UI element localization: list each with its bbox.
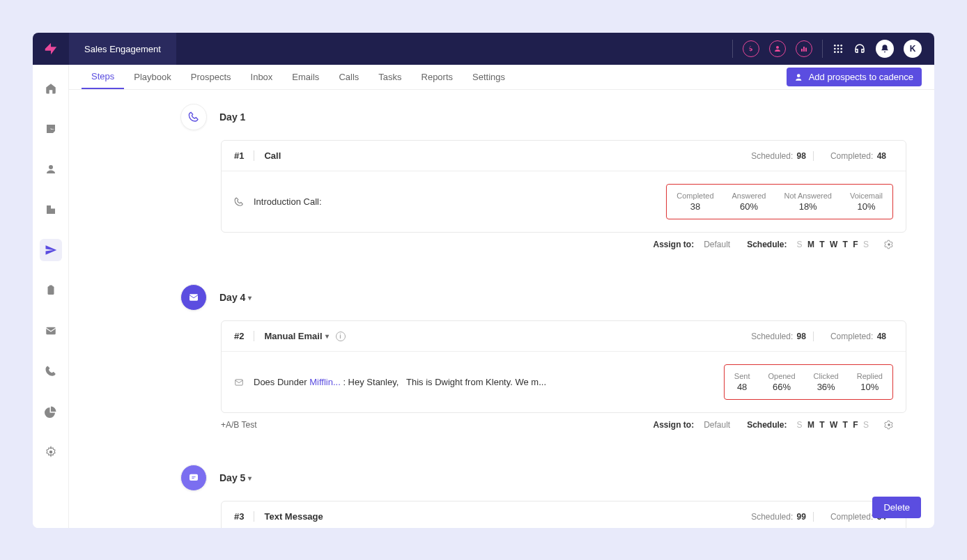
dialpad-icon[interactable] — [833, 43, 844, 54]
svg-rect-18 — [46, 327, 56, 335]
stat-replied: Replied10% — [857, 372, 883, 392]
card-body[interactable]: Introduction Call: Completed38Answered60… — [222, 171, 906, 232]
email-icon — [180, 284, 207, 311]
stats-box: Sent48Opened66%Clicked36%Replied10% — [724, 364, 893, 400]
card-header: #1 Call Scheduled: 98 Completed: 48 — [222, 141, 906, 171]
svg-point-19 — [49, 451, 52, 454]
sidebar-home-icon[interactable] — [40, 77, 62, 100]
tab-reports[interactable]: Reports — [412, 65, 463, 89]
assign-value: Default — [704, 420, 730, 430]
tab-playbook[interactable]: Playbook — [124, 65, 180, 89]
stat-completed: Completed38 — [676, 192, 713, 212]
phone-icon — [180, 104, 207, 130]
ab-test-link[interactable]: +A/B Test — [221, 420, 256, 430]
product-name: Sales Engagement — [69, 33, 176, 65]
chart-circle-icon[interactable] — [796, 40, 812, 57]
gear-icon[interactable] — [884, 420, 894, 430]
add-user-icon — [795, 72, 805, 82]
svg-rect-15 — [51, 209, 55, 215]
svg-rect-1 — [801, 49, 803, 52]
delete-button[interactable]: Delete — [872, 497, 921, 518]
completed-stat: Completed: 48 — [823, 151, 893, 161]
step-number: #2 — [234, 331, 254, 341]
content-area: Day 1 #1 Call Scheduled: 98 Completed: 4… — [69, 90, 934, 528]
tabs: Steps Playbook Prospects Inbox Emails Ca… — [69, 65, 934, 90]
svg-point-12 — [840, 51, 842, 53]
tab-prospects[interactable]: Prospects — [181, 65, 241, 89]
stat-not-answered: Not Answered18% — [784, 192, 831, 212]
sidebar-person-icon[interactable] — [40, 158, 62, 180]
assign-value: Default — [704, 240, 730, 249]
dollar-icon[interactable] — [743, 40, 759, 57]
sidebar-mail-icon[interactable] — [40, 320, 62, 342]
sidebar-pie-icon[interactable] — [40, 400, 62, 423]
tab-tasks[interactable]: Tasks — [369, 65, 411, 89]
stat-voicemail: Voicemail10% — [850, 192, 883, 212]
svg-point-10 — [834, 51, 836, 53]
step-number: #3 — [234, 511, 254, 522]
tab-settings[interactable]: Settings — [463, 65, 515, 89]
day-label[interactable]: Day 5 ▾ — [219, 472, 252, 483]
scheduled-stat: Scheduled: 98 — [744, 151, 814, 161]
svg-point-24 — [888, 423, 890, 426]
card-footer: +A/B Test Assign to: Default Schedule: S… — [180, 413, 906, 430]
sidebar-phone-icon[interactable] — [40, 360, 62, 382]
step-block-2: Day 4 ▾ #2 Manual Email ▾i Scheduled: 98… — [180, 284, 906, 430]
svg-point-13 — [49, 165, 53, 169]
step-number: #1 — [234, 150, 254, 161]
schedule-label: Schedule: — [747, 420, 787, 430]
step-content-text: Does Dunder Mifflin... : Hey Stanley, Th… — [254, 377, 714, 387]
step-card: #1 Call Scheduled: 98 Completed: 48 Intr… — [221, 140, 906, 233]
stat-clicked: Clicked36% — [814, 372, 839, 392]
user-avatar[interactable]: K — [904, 40, 922, 58]
card-footer: Assign to: Default Schedule: S M T W T F… — [180, 233, 906, 249]
sidebar — [33, 65, 69, 528]
headset-icon[interactable] — [853, 42, 866, 55]
email-small-icon — [234, 378, 244, 387]
gear-icon[interactable] — [884, 240, 894, 249]
text-icon — [180, 465, 207, 491]
svg-rect-2 — [803, 47, 805, 52]
schedule-days: S M T W T F S — [797, 420, 870, 430]
tab-emails[interactable]: Emails — [282, 65, 329, 89]
tab-inbox[interactable]: Inbox — [241, 65, 283, 89]
svg-point-0 — [776, 46, 779, 49]
svg-rect-23 — [235, 379, 243, 384]
step-block-3: Day 5 ▾ #3 Text Message Scheduled: 99 Co… — [180, 465, 906, 528]
topbar-actions: K — [732, 40, 934, 58]
svg-rect-17 — [49, 286, 52, 288]
user-circle-icon[interactable] — [769, 40, 786, 57]
svg-point-8 — [837, 48, 840, 50]
step-card: #3 Text Message Scheduled: 99 Completed:… — [221, 501, 906, 528]
svg-point-21 — [888, 243, 890, 246]
svg-rect-25 — [189, 474, 198, 481]
svg-point-4 — [834, 45, 836, 47]
stat-opened: Opened66% — [768, 372, 795, 392]
notifications-icon[interactable] — [876, 40, 894, 58]
sidebar-inbox-icon[interactable] — [40, 118, 62, 140]
card-body[interactable]: Does Dunder Mifflin... : Hey Stanley, Th… — [222, 352, 906, 412]
assign-label: Assign to: — [653, 240, 694, 249]
day-label[interactable]: Day 4 ▾ — [219, 292, 252, 303]
day-label: Day 1 — [219, 111, 245, 123]
phone-small-icon — [234, 197, 244, 207]
tab-steps[interactable]: Steps — [82, 65, 124, 89]
add-prospects-label: Add prospects to cadence — [809, 72, 913, 82]
sidebar-clipboard-icon[interactable] — [40, 279, 62, 302]
topbar: Sales Engagement K — [33, 33, 934, 65]
logo[interactable] — [33, 41, 69, 56]
svg-point-11 — [837, 51, 840, 53]
step-type[interactable]: Manual Email ▾i — [264, 331, 345, 341]
step-block-1: Day 1 #1 Call Scheduled: 98 Completed: 4… — [180, 104, 906, 249]
step-type: Text Message — [264, 511, 323, 522]
add-prospects-button[interactable]: Add prospects to cadence — [787, 68, 922, 86]
sidebar-building-icon[interactable] — [40, 199, 62, 221]
tab-calls[interactable]: Calls — [329, 65, 369, 89]
svg-rect-22 — [189, 294, 198, 300]
sidebar-settings-icon[interactable] — [40, 441, 62, 463]
info-icon[interactable]: i — [336, 332, 346, 341]
completed-stat: Completed: 48 — [823, 332, 893, 341]
sidebar-send-icon[interactable] — [40, 239, 62, 261]
step-content-text: Introduction Call: — [254, 196, 656, 207]
card-header: #3 Text Message Scheduled: 99 Completed:… — [222, 501, 906, 528]
